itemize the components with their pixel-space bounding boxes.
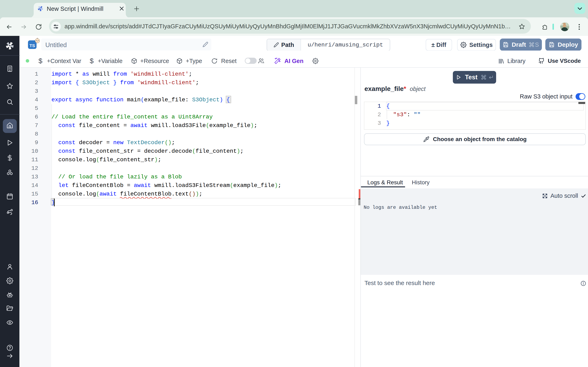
svg-text:$: $ — [90, 58, 94, 64]
svg-text:$: $ — [39, 58, 43, 64]
